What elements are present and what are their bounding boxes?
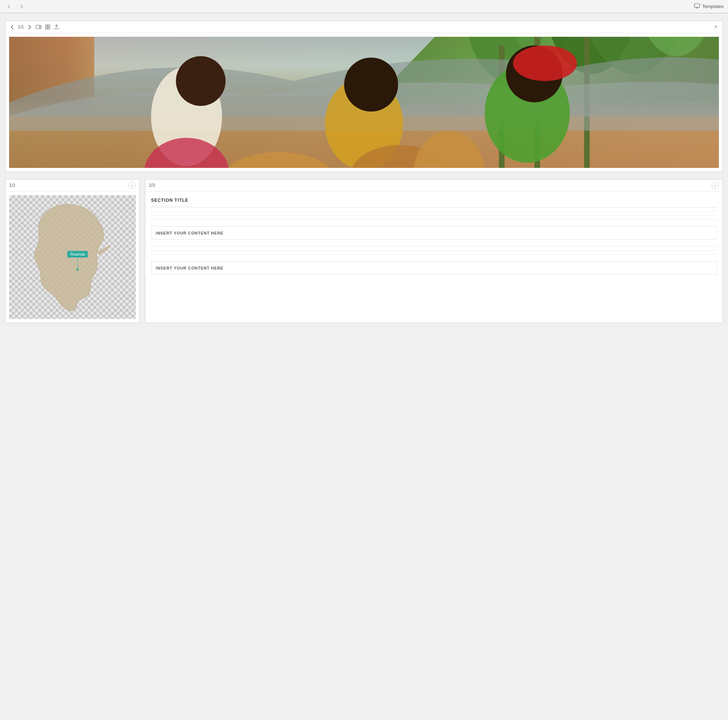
content-lines-2	[151, 242, 717, 258]
monitor-icon	[694, 3, 700, 10]
forward-button[interactable]	[17, 3, 26, 11]
image-export-button[interactable]	[53, 24, 60, 30]
content-counter: 2/3	[149, 183, 155, 188]
image-grid-button[interactable]	[44, 24, 51, 30]
image-viewer-panel: 1/1	[5, 21, 723, 172]
map-counter: 1/3	[9, 183, 15, 188]
main-content: 1/1	[0, 14, 728, 330]
svg-rect-4	[46, 27, 47, 29]
svg-rect-1	[36, 25, 40, 29]
section-title-row: SECTION TITLE	[151, 198, 717, 208]
line-3	[151, 219, 717, 220]
nav-buttons	[5, 3, 26, 11]
map-options-button[interactable]: ○	[128, 182, 136, 189]
content-lines-1	[151, 208, 717, 223]
content-panel-body: SECTION TITLE INSERT YOUR CONTENT HERE	[145, 191, 723, 281]
image-next-button[interactable]	[26, 24, 33, 30]
rwanda-pin-dot	[76, 268, 79, 271]
svg-point-23	[222, 152, 336, 168]
line-4	[151, 246, 717, 247]
svg-point-22	[513, 46, 577, 81]
templates-label: Templates	[702, 4, 723, 9]
photo-container	[5, 33, 723, 172]
line-6	[151, 254, 717, 254]
section-title: SECTION TITLE	[151, 198, 188, 206]
image-prev-button[interactable]	[9, 24, 16, 30]
rwanda-label: Rwanda	[67, 251, 88, 257]
svg-rect-3	[48, 25, 50, 27]
map-panel-header: 1/3 ○	[5, 179, 139, 191]
main-photo	[9, 37, 719, 168]
toolbar-right: Templates	[694, 3, 723, 10]
image-counter: 1/1	[18, 25, 24, 29]
content-panel: 2/3 ○ SECTION TITLE INSERT YOUR CONTENT …	[145, 179, 723, 323]
image-panel-header: 1/1	[5, 21, 723, 33]
svg-rect-2	[46, 25, 47, 27]
rwanda-pin-line	[78, 257, 78, 268]
top-toolbar: Templates	[0, 0, 728, 13]
image-video-button[interactable]	[35, 24, 42, 30]
svg-point-16	[176, 56, 226, 106]
line-2	[151, 215, 717, 216]
svg-point-25	[414, 131, 485, 168]
back-button[interactable]	[5, 3, 14, 11]
map-container: Rwanda	[5, 191, 139, 323]
svg-point-19	[344, 58, 398, 112]
content-panel-header: 2/3 ○	[145, 179, 723, 191]
insert-content-1: INSERT YOUR CONTENT HERE	[151, 226, 717, 240]
figures-svg	[9, 37, 719, 168]
insert-label-2: INSERT YOUR CONTENT HERE	[156, 266, 223, 270]
image-close-button[interactable]: ×	[713, 23, 719, 31]
bottom-panels: 1/3 ○ Rwanda	[5, 179, 723, 323]
insert-label-1: INSERT YOUR CONTENT HERE	[156, 231, 223, 235]
image-panel-left: 1/1	[9, 24, 60, 30]
svg-rect-5	[48, 27, 50, 29]
line-5	[151, 250, 717, 251]
insert-content-2: INSERT YOUR CONTENT HERE	[151, 261, 717, 274]
content-options-button[interactable]: ○	[712, 182, 719, 189]
map-area: Rwanda	[9, 195, 136, 319]
map-panel: 1/3 ○ Rwanda	[5, 179, 140, 323]
svg-rect-0	[694, 4, 700, 7]
rwanda-pin: Rwanda	[67, 251, 88, 271]
line-1	[151, 211, 717, 211]
